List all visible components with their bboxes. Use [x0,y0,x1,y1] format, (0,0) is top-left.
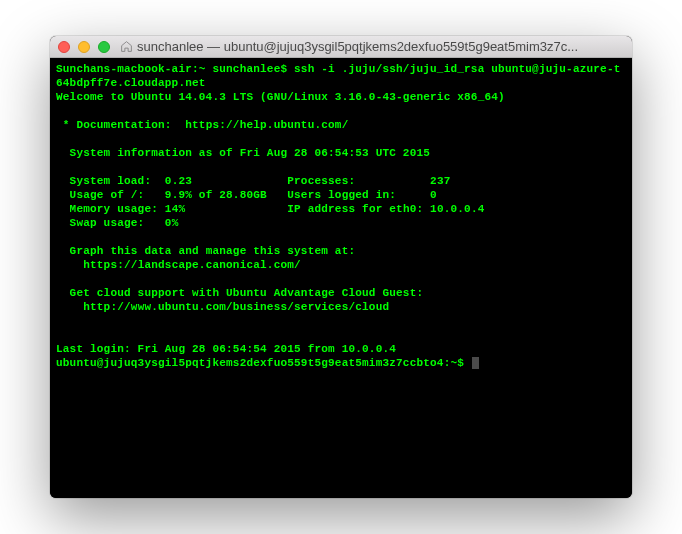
blank-line [56,132,626,146]
swap-value: 0% [165,217,179,229]
remote-prompt: ubuntu@jujuq3ysgil5pqtjkems2dexfuo559t5g… [56,357,471,369]
documentation-line: * Documentation: https://help.ubuntu.com… [56,118,626,132]
ip-value: 10.0.0.4 [430,203,484,215]
spacer [192,175,287,187]
doc-label: * Documentation: [56,119,185,131]
usage-value: 9.9% of 28.80GB [165,189,267,201]
terminal-window: sunchanlee — ubuntu@jujuq3ysgil5pqtjkems… [50,36,632,498]
system-load-value: 0.23 [165,175,192,187]
graph-url: https://landscape.canonical.com/ [56,258,626,272]
ip-label: IP address for eth0: [287,203,430,215]
cloud-url: http://www.ubuntu.com/business/services/… [56,300,626,314]
system-load-label: System load: [56,175,165,187]
traffic-lights [58,41,110,53]
titlebar[interactable]: sunchanlee — ubuntu@jujuq3ysgil5pqtjkems… [50,36,632,58]
blank-line [56,314,626,328]
spacer [267,189,287,201]
blank-line [56,272,626,286]
memory-label: Memory usage: [56,203,165,215]
blank-line [56,230,626,244]
close-button[interactable] [58,41,70,53]
spacer [185,203,287,215]
graph-line: Graph this data and manage this system a… [56,244,626,258]
home-icon [120,40,133,53]
usage-label: Usage of /: [56,189,165,201]
users-value: 0 [430,189,437,201]
doc-url: https://help.ubuntu.com/ [185,119,348,131]
users-label: Users logged in: [287,189,430,201]
maximize-button[interactable] [98,41,110,53]
blank-line [56,104,626,118]
window-title: sunchanlee — ubuntu@jujuq3ysgil5pqtjkems… [137,39,578,54]
blank-line [56,160,626,174]
local-prompt: Sunchans-macbook-air:~ sunchanlee$ [56,63,294,75]
stat-row-1: System load: 0.23 Processes: 237 [56,174,626,188]
minimize-button[interactable] [78,41,90,53]
remote-prompt-line: ubuntu@jujuq3ysgil5pqtjkems2dexfuo559t5g… [56,356,626,370]
swap-label: Swap usage: [56,217,165,229]
terminal-body[interactable]: Sunchans-macbook-air:~ sunchanlee$ ssh -… [50,58,632,498]
stat-row-2: Usage of /: 9.9% of 28.80GB Users logged… [56,188,626,202]
stat-row-4: Swap usage: 0% [56,216,626,230]
blank-line [56,328,626,342]
processes-value: 237 [430,175,450,187]
sysinfo-header: System information as of Fri Aug 28 06:5… [56,146,626,160]
last-login-line: Last login: Fri Aug 28 06:54:54 2015 fro… [56,342,626,356]
cloud-line: Get cloud support with Ubuntu Advantage … [56,286,626,300]
stat-row-3: Memory usage: 14% IP address for eth0: 1… [56,202,626,216]
memory-value: 14% [165,203,185,215]
ssh-command-line: Sunchans-macbook-air:~ sunchanlee$ ssh -… [56,62,626,90]
cursor [472,357,479,369]
welcome-line: Welcome to Ubuntu 14.04.3 LTS (GNU/Linux… [56,90,626,104]
title-wrap: sunchanlee — ubuntu@jujuq3ysgil5pqtjkems… [120,39,624,54]
processes-label: Processes: [287,175,430,187]
